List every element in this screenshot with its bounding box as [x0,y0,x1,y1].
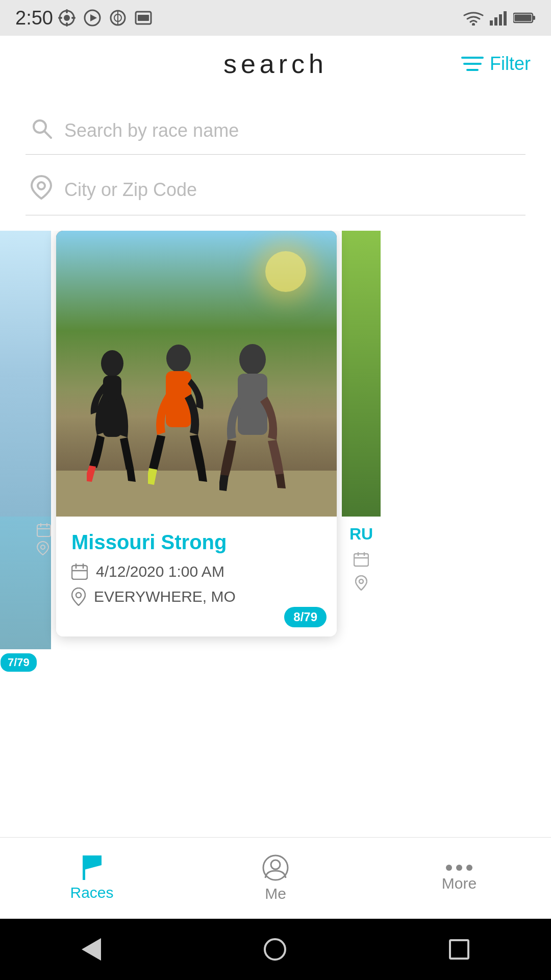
header: search Filter [0,36,551,92]
svg-point-13 [472,23,475,26]
svg-rect-15 [494,17,497,26]
location-input[interactable] [64,179,520,201]
card-info: Missouri Strong 4/12/2020 1:00 AM [56,517,337,636]
chip-icon [135,11,152,25]
left-card-image [0,231,51,649]
right-card-image [342,231,381,517]
system-nav [0,919,551,980]
status-bar: 2:50 [0,0,551,36]
svg-point-1 [64,15,70,21]
race-location-row: EVERYWHERE, MO [71,587,321,606]
svg-rect-4 [58,17,62,19]
search-icon [31,117,52,144]
dots-icon [446,865,472,871]
left-card-badge: 7/79 [1,653,37,672]
race-date: 4/12/2020 1:00 AM [96,563,224,580]
nav-races[interactable]: Races [41,855,143,901]
right-card-abbreviation: RU [349,525,373,544]
search-section [0,92,551,215]
card-photo [56,231,337,517]
svg-line-25 [44,131,51,138]
nav-me[interactable]: Me [224,854,327,902]
svg-point-47 [359,579,363,583]
status-right-icons [463,10,536,26]
svg-point-32 [101,350,123,377]
races-flag-icon [83,855,101,880]
page-title: search [223,48,328,79]
svg-point-49 [271,860,280,869]
svg-rect-3 [66,22,68,27]
runner-3-icon [219,343,286,506]
svg-rect-27 [37,525,51,536]
battery-icon [513,12,536,23]
svg-point-26 [38,182,45,189]
svg-marker-7 [90,14,97,21]
runner-1-icon [87,348,138,491]
right-card-location-icon [355,575,367,591]
svg-rect-19 [533,16,535,20]
left-partial-card: 7/79 [0,231,51,672]
svg-rect-17 [504,11,507,26]
race-name-input[interactable] [64,120,520,141]
status-app-icons [58,9,152,27]
svg-point-36 [239,344,266,375]
left-card-location-icon [37,541,49,555]
calendar-icon [71,564,88,580]
nav-me-label: Me [265,885,286,902]
filter-button[interactable]: Filter [461,53,531,75]
location-icon [31,175,52,205]
filter-icon [461,55,484,72]
svg-point-31 [41,545,45,549]
cards-carousel[interactable]: 7/79 [0,231,551,675]
signal-icon [490,10,507,26]
svg-point-34 [166,345,191,372]
nav-more-label: More [442,875,477,892]
status-left: 2:50 [15,7,152,29]
runner-2-icon [148,343,209,501]
status-time: 2:50 [15,7,53,29]
main-card-badge: 8/79 [284,607,327,627]
right-card-calendar-icon [354,552,369,567]
home-button[interactable] [264,938,286,961]
left-card-calendar-icon [37,523,51,537]
location-pin-icon [71,587,86,606]
race-search-field[interactable] [26,107,525,155]
svg-rect-12 [138,15,149,21]
right-partial-card: RU [342,231,381,599]
filter-label: Filter [490,53,531,75]
svg-rect-43 [354,554,368,566]
nav-more[interactable]: More [408,865,510,892]
svg-rect-20 [515,15,532,21]
race-location: EVERYWHERE, MO [94,588,236,605]
svg-point-42 [76,593,81,598]
main-race-card[interactable]: Missouri Strong 4/12/2020 1:00 AM [56,231,337,636]
race-date-row: 4/12/2020 1:00 AM [71,563,321,580]
wifi-icon [463,10,484,26]
svg-rect-14 [490,20,493,26]
play-icon [84,9,101,27]
nav-races-label: Races [70,884,113,901]
bottom-nav: Races Me More [0,837,551,919]
person-icon [262,854,289,881]
svg-rect-38 [72,566,87,579]
svg-rect-16 [499,14,502,26]
svg-point-48 [263,855,288,880]
cards-row: 7/79 [0,231,551,672]
gear-icon [58,9,76,27]
svg-rect-5 [71,17,76,19]
recents-button[interactable] [449,939,469,960]
back-button[interactable] [82,938,101,961]
location-search-field[interactable] [26,165,525,215]
race-name: Missouri Strong [71,531,321,554]
circle-icon [109,9,127,27]
svg-rect-2 [66,9,68,13]
right-card-info: RU [342,517,381,599]
